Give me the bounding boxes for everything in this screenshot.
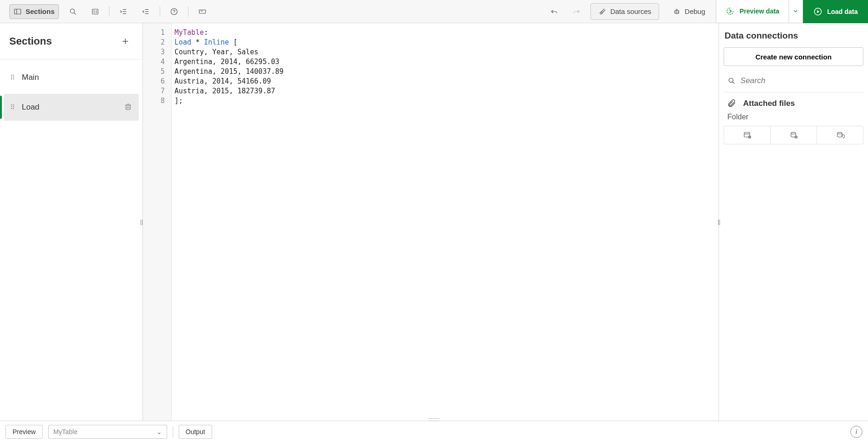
preview-data-label: Preview data (739, 7, 779, 15)
folder-action-bar (724, 126, 863, 144)
svg-line-3 (74, 13, 76, 14)
svg-line-23 (678, 10, 679, 11)
sections-toggle-button[interactable]: Sections (9, 4, 59, 19)
delete-section-button[interactable] (124, 103, 132, 112)
indent-button[interactable] (115, 4, 132, 19)
preview-data-button[interactable]: Preview data (716, 0, 789, 23)
help-button[interactable] (166, 4, 182, 19)
sections-sidebar: Sections ⠿ Main ⠿ Load (0, 23, 143, 421)
code-editor[interactable]: 12345678 MyTable:Load * Inline [Country,… (143, 23, 719, 421)
load-data-button[interactable]: Load data (803, 0, 868, 23)
section-list: ⠿ Main ⠿ Load (0, 59, 143, 125)
svg-line-22 (675, 10, 676, 11)
svg-point-42 (837, 132, 842, 134)
search-icon (727, 76, 736, 85)
drag-handle-icon[interactable]: ⠿ (10, 74, 15, 81)
bottombar-separator (173, 426, 173, 437)
redo-button[interactable] (568, 4, 585, 19)
folder-label: Folder (724, 111, 863, 126)
toolbar-separator (160, 6, 160, 17)
svg-marker-27 (817, 10, 819, 13)
preview-button[interactable]: Preview (6, 425, 43, 439)
add-section-button[interactable] (117, 33, 133, 49)
svg-rect-30 (126, 105, 130, 110)
data-connections-panel: Data connections Create new connection A… (719, 23, 868, 421)
svg-rect-15 (199, 10, 206, 13)
top-toolbar: Sections Data sourc (0, 0, 868, 23)
chevron-down-icon (792, 8, 799, 14)
bottom-bar: Preview MyTable ⌄ Output i (0, 421, 868, 442)
toolbar-separator (188, 6, 188, 17)
chevron-down-icon: ⌄ (156, 428, 162, 436)
connection-search (724, 72, 863, 92)
svg-point-14 (174, 13, 174, 13)
load-data-label: Load data (827, 8, 858, 15)
svg-rect-0 (14, 9, 21, 14)
sidebar-icon (13, 7, 22, 16)
insert-panel-button[interactable] (194, 4, 211, 19)
data-sources-label: Data sources (610, 7, 651, 15)
line-gutter: 12345678 (143, 23, 172, 421)
sections-toggle-label: Sections (26, 7, 55, 15)
toolbar-separator (109, 6, 110, 17)
sections-title: Sections (9, 35, 52, 47)
svg-rect-4 (92, 9, 98, 14)
drag-handle-icon[interactable]: ⠿ (10, 104, 15, 111)
insert-panel-icon (198, 7, 207, 16)
comment-icon (91, 7, 99, 16)
create-connection-button[interactable]: Create new connection (724, 47, 863, 66)
search-button[interactable] (65, 4, 81, 19)
outdent-button[interactable] (137, 4, 154, 19)
redo-icon (572, 7, 581, 16)
table-select[interactable]: MyTable ⌄ (48, 425, 167, 439)
info-button[interactable]: i (850, 426, 862, 438)
play-circle-icon (813, 7, 823, 16)
right-splitter[interactable]: || (717, 216, 721, 228)
help-icon (170, 7, 178, 16)
bug-icon (673, 7, 681, 16)
section-item-main[interactable]: ⠿ Main (4, 64, 139, 91)
svg-line-25 (678, 13, 679, 14)
indent-icon (119, 7, 128, 16)
refresh-db-icon (836, 130, 845, 140)
svg-point-2 (70, 9, 74, 13)
undo-button[interactable] (546, 4, 563, 19)
folder-insert-script-button[interactable] (770, 126, 816, 144)
section-item-load[interactable]: ⠿ Load (4, 94, 139, 121)
attachment-icon (727, 99, 737, 108)
output-button[interactable]: Output (179, 425, 212, 439)
folder-select-data-button[interactable] (724, 126, 770, 144)
preview-dropdown-button[interactable] (789, 0, 803, 23)
preview-icon (725, 6, 735, 16)
debug-label: Debug (685, 7, 705, 15)
section-item-label: Main (22, 73, 39, 82)
insert-script-icon (789, 130, 798, 140)
plus-icon (121, 37, 130, 46)
undo-icon (550, 7, 558, 16)
data-connections-title: Data connections (724, 31, 863, 41)
data-sources-button[interactable]: Data sources (590, 3, 659, 20)
svg-point-35 (729, 78, 733, 82)
code-content[interactable]: MyTable:Load * Inline [Country, Year, Sa… (172, 23, 719, 421)
section-item-label: Load (22, 103, 39, 112)
svg-line-24 (675, 13, 676, 14)
attached-files-label: Attached files (743, 99, 795, 108)
select-data-icon (743, 130, 752, 140)
outdent-icon (142, 7, 150, 16)
table-select-value: MyTable (53, 428, 78, 436)
debug-button[interactable]: Debug (668, 4, 709, 19)
connection-search-input[interactable] (740, 76, 861, 85)
sections-header: Sections (0, 23, 143, 59)
svg-point-40 (791, 132, 796, 134)
svg-line-36 (732, 82, 734, 84)
search-icon (69, 7, 77, 16)
comment-toggle-button[interactable] (87, 4, 104, 19)
main-area: Sections ⠿ Main ⠿ Load || 12345678 MyTab… (0, 23, 868, 421)
folder-refresh-button[interactable] (816, 126, 863, 144)
plug-icon (598, 7, 607, 16)
attached-files-header[interactable]: Attached files (724, 92, 863, 111)
trash-icon (124, 103, 132, 111)
